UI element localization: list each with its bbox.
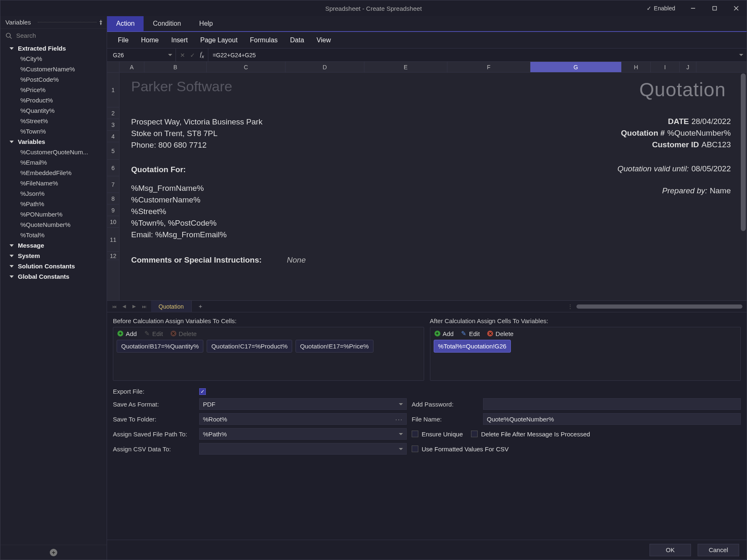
row-header-10[interactable]: 10 — [107, 216, 119, 228]
use-formatted-checkbox[interactable]: Use Formatted Values For CSV — [412, 446, 509, 453]
tree-item[interactable]: %Street% — [0, 116, 107, 126]
sheet-tab-quotation[interactable]: Quotation — [151, 301, 192, 312]
tree-group-header[interactable]: Variables — [0, 136, 107, 147]
file-name-input[interactable]: Quote%QuoteNumber% — [483, 413, 741, 425]
column-headers[interactable]: ABCDEFGHIJ — [107, 62, 747, 73]
col-header-G[interactable]: G — [530, 62, 622, 72]
tree-item[interactable]: %FileName% — [0, 178, 107, 188]
splitter-grip[interactable]: ⋮ — [567, 303, 573, 310]
ensure-unique-checkbox[interactable]: Ensure Unique — [412, 431, 463, 438]
row-header-6[interactable]: 6 — [107, 160, 119, 176]
assign-csv-select[interactable] — [199, 443, 407, 455]
tree-group-header[interactable]: Solution Constants — [0, 261, 107, 271]
minimize-button[interactable] — [686, 2, 700, 14]
sheet-prev-button[interactable]: ◀ — [120, 302, 129, 311]
after-add-button[interactable]: +Add — [435, 330, 454, 337]
tree-item[interactable]: %Json% — [0, 188, 107, 199]
tree-item[interactable]: %Email% — [0, 157, 107, 168]
sheet-last-button[interactable]: ⏭ — [139, 302, 149, 311]
variables-search-input[interactable] — [16, 32, 102, 39]
assign-path-select[interactable]: %Path% — [199, 428, 407, 440]
before-add-button[interactable]: +Add — [117, 330, 137, 337]
delete-after-checkbox[interactable]: Delete File After Message Is Processed — [471, 431, 590, 438]
tree-item[interactable]: %Product% — [0, 95, 107, 105]
row-header-3[interactable]: 3 — [107, 119, 119, 131]
row-header-5[interactable]: 5 — [107, 142, 119, 160]
tree-item[interactable]: %City% — [0, 54, 107, 64]
menu-data[interactable]: Data — [290, 37, 304, 44]
panel-grip[interactable] — [38, 22, 97, 22]
save-as-format-select[interactable]: PDF — [199, 398, 407, 410]
col-header-E[interactable]: E — [364, 62, 447, 72]
maximize-button[interactable] — [708, 2, 722, 14]
add-sheet-button[interactable]: ＋ — [192, 301, 209, 312]
menu-insert[interactable]: Insert — [171, 37, 188, 44]
tree-item[interactable]: %Price% — [0, 85, 107, 95]
browse-icon[interactable]: ··· — [395, 416, 403, 423]
ok-button[interactable]: OK — [649, 544, 691, 556]
tab-condition[interactable]: Condition — [144, 16, 190, 31]
sheet-first-button[interactable]: ⏮ — [110, 302, 119, 311]
add-password-input[interactable] — [483, 398, 741, 410]
tree-group-header[interactable]: Message — [0, 240, 107, 251]
tab-help[interactable]: Help — [190, 16, 222, 31]
row-header-12[interactable]: 12 — [107, 252, 119, 260]
assign-chip[interactable]: Quotation!E17=%Price% — [295, 340, 374, 353]
tree-item[interactable]: %PONumber% — [0, 209, 107, 219]
row-header-11[interactable]: 11 — [107, 228, 119, 252]
sheet-next-button[interactable]: ▶ — [129, 302, 139, 311]
row-header-2[interactable]: 2 — [107, 107, 119, 119]
col-header-C[interactable]: C — [207, 62, 286, 72]
tree-item[interactable]: %Quantity% — [0, 105, 107, 116]
assign-chip[interactable]: Quotation!B17=%Quantity% — [117, 340, 203, 353]
horizontal-scrollbar[interactable] — [576, 304, 742, 309]
variables-search[interactable] — [0, 29, 107, 42]
col-header-I[interactable]: I — [651, 62, 680, 72]
close-button[interactable] — [729, 2, 743, 14]
after-delete-button[interactable]: ✕Delete — [487, 330, 513, 337]
tree-item[interactable]: %PostCode% — [0, 74, 107, 85]
assign-chip[interactable]: Quotation!C17=%Product% — [207, 340, 292, 353]
pin-icon[interactable] — [98, 19, 103, 25]
col-header-B[interactable]: B — [144, 62, 207, 72]
row-header-7[interactable]: 7 — [107, 176, 119, 193]
before-edit-button[interactable]: ✎Edit — [144, 330, 163, 337]
tree-group-header[interactable]: Global Constants — [0, 271, 107, 282]
row-header-8[interactable]: 8 — [107, 193, 119, 205]
col-header-D[interactable]: D — [286, 62, 364, 72]
row-header-1[interactable]: 1 — [107, 73, 119, 107]
tree-item[interactable]: %CustomerQuoteNum... — [0, 147, 107, 157]
cell-name-box[interactable]: G26 — [107, 49, 176, 61]
formula-input[interactable]: =G22+G24+G25 — [208, 49, 747, 61]
col-header-H[interactable]: H — [622, 62, 651, 72]
tab-action[interactable]: Action — [107, 16, 144, 31]
menu-page-layout[interactable]: Page Layout — [200, 37, 237, 44]
formula-accept-button[interactable]: ✓ — [190, 52, 195, 58]
export-file-checkbox[interactable] — [199, 388, 206, 395]
row-header-9[interactable]: 9 — [107, 205, 119, 216]
tree-item[interactable]: %Path% — [0, 199, 107, 209]
after-edit-button[interactable]: ✎Edit — [461, 330, 480, 337]
save-to-folder-input[interactable]: %Root%··· — [199, 413, 407, 425]
before-delete-button[interactable]: ✕Delete — [171, 330, 197, 337]
vertical-scrollbar[interactable] — [741, 73, 746, 231]
select-all-corner[interactable] — [107, 62, 120, 72]
formula-cancel-button[interactable]: ✕ — [180, 52, 185, 58]
assign-chip[interactable]: %Total%=Quotation!G26 — [434, 340, 511, 353]
col-header-F[interactable]: F — [447, 62, 530, 72]
fx-icon[interactable]: fx — [200, 51, 204, 59]
cancel-button[interactable]: Cancel — [698, 544, 739, 556]
add-variable-button[interactable]: + — [50, 549, 57, 556]
tree-item[interactable]: %Total% — [0, 230, 107, 240]
tree-group-header[interactable]: Extracted Fields — [0, 43, 107, 54]
menu-formulas[interactable]: Formulas — [250, 37, 278, 44]
tree-item[interactable]: %QuoteNumber% — [0, 219, 107, 230]
tree-item[interactable]: %Town% — [0, 126, 107, 136]
col-header-A[interactable]: A — [120, 62, 144, 72]
enabled-toggle[interactable]: ✓ Enabled — [647, 5, 679, 12]
cells-area[interactable]: Parker Software Quotation Prospect Way, … — [120, 73, 747, 300]
tree-group-header[interactable]: System — [0, 251, 107, 261]
col-header-J[interactable]: J — [680, 62, 696, 72]
menu-view[interactable]: View — [317, 37, 331, 44]
row-headers[interactable]: 123456789101112 — [107, 73, 120, 300]
